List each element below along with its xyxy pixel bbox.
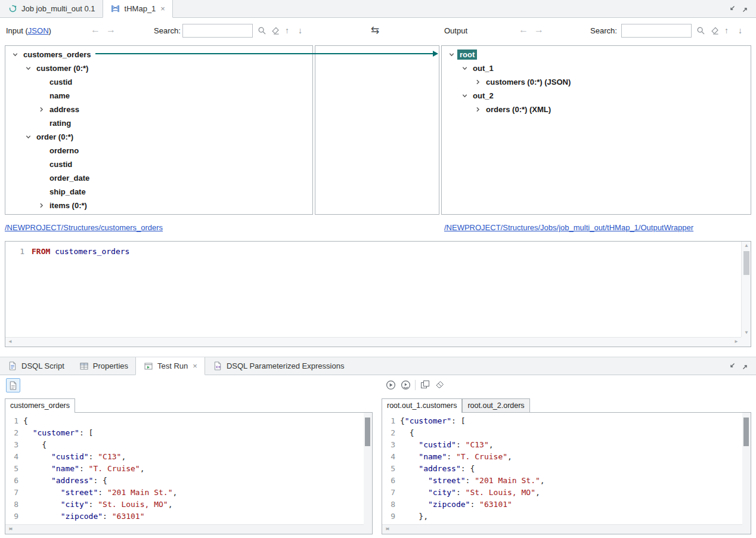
test-input-content[interactable]: 1{2 "customer": [3 {4 "custid": "C13",5 … (5, 412, 373, 534)
bottom-view-tabbar: DSQL Script Properties Test Run × DSQL P… (0, 357, 756, 375)
minimize-icon[interactable] (727, 362, 736, 370)
tab-properties[interactable]: Properties (72, 357, 135, 375)
twistie-spacer (36, 174, 46, 183)
run-test-icon[interactable] (385, 379, 396, 390)
tree-node-label: rating (47, 118, 73, 128)
scroll-left-icon[interactable]: ◄ (5, 338, 15, 346)
output-clear-search-icon[interactable] (709, 25, 720, 36)
code-line: 9 "zipcode": "63101" (5, 511, 362, 522)
output-tree-node-out-1[interactable]: out_1 (442, 61, 751, 75)
scroll-up-icon[interactable]: ▲ (742, 242, 751, 250)
output-forward-icon[interactable]: → (534, 24, 544, 35)
input-forward-icon[interactable]: → (106, 24, 116, 35)
editor-horizontal-scrollbar[interactable]: ◄ ► (5, 337, 741, 347)
line-number: 6 (382, 475, 400, 487)
tab-root-out-1-customers[interactable]: root.out_1.customers (382, 398, 462, 413)
chevron-right-icon[interactable] (36, 201, 46, 211)
chevron-down-icon[interactable] (23, 132, 33, 142)
new-test-file-button[interactable] (6, 378, 20, 392)
input-tree-node-items-0[interactable]: items (0:*) (5, 199, 312, 212)
input-tree-node-rating[interactable]: rating (5, 116, 312, 130)
input-tree-node-custid[interactable]: custid (5, 157, 312, 171)
chevron-down-icon[interactable] (23, 64, 33, 73)
output-search-icon[interactable] (695, 25, 706, 36)
scroll-down-icon[interactable]: ▼ (742, 329, 751, 337)
input-tree-node-customer-0[interactable]: customer (0:*) (5, 61, 312, 75)
close-icon[interactable]: × (193, 361, 197, 370)
output-tree-node-out-2[interactable]: out_2 (442, 89, 751, 103)
input-tree-node-name[interactable]: name (5, 89, 312, 103)
horizontal-scrollbar[interactable]: ◄ ► (382, 524, 742, 534)
input-tree-node-custid[interactable]: custid (5, 75, 312, 89)
test-output-json[interactable]: 1{"customer": [2 {3 "custid": "C13",4 "n… (382, 415, 741, 524)
scrollbar-thumb[interactable] (743, 418, 749, 446)
minimize-icon[interactable] (727, 5, 736, 13)
tab-dsql-parameterized-expressions[interactable]: DSQL Parameterized Expressions (205, 357, 352, 375)
input-format-link[interactable]: JSON (28, 26, 49, 35)
output-search-prev-icon[interactable]: ↑ (724, 26, 729, 35)
output-tree-node-customers-0-json[interactable]: customers (0:*) (JSON) (442, 75, 751, 89)
tab-customers-orders[interactable]: customers_orders (5, 398, 75, 413)
tab-job-job-multi-out[interactable]: Job job_multi_out 0.1 (0, 0, 103, 17)
output-search-input[interactable] (621, 24, 692, 38)
input-structure-link[interactable]: /NEWPROJECT/Structures/customers_orders (5, 223, 163, 232)
maximize-icon[interactable] (742, 5, 750, 13)
tab-label: tHMap_1 (125, 4, 156, 13)
output-back-icon[interactable]: ← (519, 24, 528, 35)
output-search-next-icon[interactable]: ↓ (738, 26, 742, 35)
tab-thmap-1[interactable]: tHMap_1 × (103, 0, 173, 18)
output-structure-link[interactable]: /NEWPROJECT/Structures/Jobs/job_multi_ou… (444, 223, 693, 232)
chevron-right-icon[interactable] (473, 105, 482, 115)
line-number: 1 (5, 246, 32, 257)
vertical-scrollbar[interactable] (364, 413, 372, 524)
tree-node-label: orderno (47, 146, 81, 156)
code-line: 2 "customer": [ (5, 427, 362, 439)
input-back-icon[interactable]: ← (91, 24, 100, 35)
code-line: 6 "address": { (5, 475, 362, 487)
clear-results-icon[interactable] (435, 379, 445, 390)
split-view-icon[interactable] (420, 379, 430, 390)
scrollbar-thumb[interactable] (365, 418, 370, 446)
input-tree-node-order-0[interactable]: order (0:*) (5, 130, 312, 144)
tree-node-label: orders (0:*) (XML) (484, 104, 553, 115)
input-tree-node-orderno[interactable]: orderno (5, 144, 312, 157)
input-tree-node-order-date[interactable]: order_date (5, 171, 312, 185)
run-all-tests-icon[interactable] (400, 379, 411, 390)
test-output-content[interactable]: 1{"customer": [2 {3 "custid": "C13",4 "n… (382, 412, 751, 534)
close-icon[interactable]: × (160, 4, 165, 13)
tab-dsql-script[interactable]: DSQL Script (0, 357, 72, 375)
dsql-editor[interactable]: 1FROM customers_orders ▲ ▼ ◄ ► (5, 241, 751, 347)
input-search-icon[interactable] (256, 25, 267, 36)
input-tree-node-customers-orders[interactable]: customers_orders (5, 48, 312, 61)
chevron-down-icon[interactable] (447, 50, 456, 60)
scroll-right-icon[interactable]: ► (5, 525, 16, 533)
chevron-right-icon[interactable] (36, 105, 46, 115)
tab-root-out-2-orders[interactable]: root.out_2.orders (462, 398, 529, 412)
scrollbar-thumb[interactable] (743, 251, 749, 275)
chevron-down-icon[interactable] (460, 64, 469, 73)
input-search-input[interactable] (182, 24, 253, 38)
line-number: 8 (5, 499, 23, 511)
chevron-right-icon[interactable] (473, 78, 482, 87)
input-search-prev-icon[interactable]: ↑ (285, 26, 289, 35)
scroll-right-icon[interactable]: ► (732, 338, 741, 346)
swap-io-icon[interactable]: ⇆ (371, 24, 379, 36)
maximize-icon[interactable] (742, 362, 750, 370)
editor-vertical-scrollbar[interactable]: ▲ ▼ (741, 242, 751, 337)
twistie-spacer (36, 78, 46, 87)
scroll-right-icon[interactable]: ► (382, 525, 393, 533)
vertical-scrollbar[interactable] (742, 413, 751, 524)
dsql-code-area[interactable]: 1FROM customers_orders (5, 242, 741, 337)
input-tree-node-ship-date[interactable]: ship_date (5, 185, 312, 199)
tab-test-run[interactable]: Test Run × (135, 357, 205, 375)
test-input-json[interactable]: 1{2 "customer": [3 {4 "custid": "C13",5 … (5, 415, 362, 524)
chevron-down-icon[interactable] (10, 50, 20, 60)
input-search-next-icon[interactable]: ↓ (298, 26, 302, 35)
input-tree-node-address[interactable]: address (5, 103, 312, 116)
chevron-down-icon[interactable] (460, 91, 469, 101)
output-tree-node-root[interactable]: root (442, 48, 751, 61)
input-clear-search-icon[interactable] (270, 25, 281, 36)
horizontal-scrollbar[interactable]: ◄ ► (5, 524, 364, 534)
output-tree-node-orders-0-xml[interactable]: orders (0:*) (XML) (442, 103, 751, 116)
mapping-canvas[interactable] (315, 45, 439, 215)
